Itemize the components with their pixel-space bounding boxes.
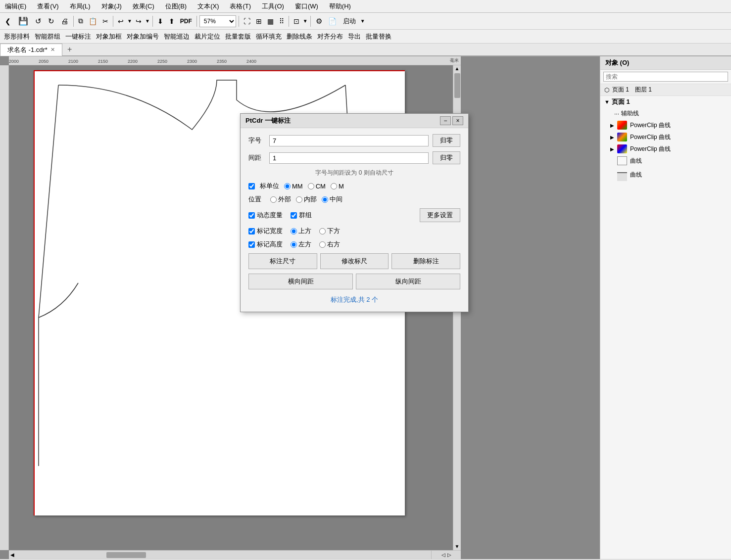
custom-toolbar-item-9[interactable]: 删除线条 <box>287 32 312 41</box>
spacing-input[interactable] <box>269 152 429 164</box>
search-input[interactable] <box>603 72 728 82</box>
mark-height-right-radio[interactable] <box>319 241 326 248</box>
fontsize-reset-btn[interactable]: 归零 <box>433 134 460 147</box>
horizontal-btn[interactable]: 横向间距 <box>248 274 353 289</box>
pos-middle-radio[interactable] <box>322 196 328 203</box>
mark-height-checkbox[interactable] <box>248 241 255 248</box>
mark-height-left-radio[interactable] <box>291 241 297 248</box>
custom-toolbar-item-6[interactable]: 裁片定位 <box>195 32 220 41</box>
zoom-select[interactable]: 57% 25% 50% 75% 100% <box>199 15 236 27</box>
custom-toolbar-item-8[interactable]: 循环填充 <box>256 32 282 41</box>
menu-window[interactable]: 窗口(W) <box>293 1 320 11</box>
custom-toolbar-item-10[interactable]: 对齐分布 <box>317 32 343 41</box>
object-panel-icon[interactable]: ⬡ <box>604 87 609 93</box>
mark-width-down-radio[interactable] <box>319 228 326 234</box>
unit-cm-radio[interactable] <box>308 183 314 189</box>
toolbar-redo-arrow[interactable]: ▼ <box>145 18 150 24</box>
custom-toolbar-item-4[interactable]: 对象加编号 <box>127 32 159 41</box>
hscrollbar[interactable]: ◀ ▶ <box>9 550 461 559</box>
pos-outer[interactable]: 外部 <box>270 195 291 204</box>
curve-item-1[interactable]: ▶ 曲线 <box>600 167 731 183</box>
more-settings-btn[interactable]: 更多设置 <box>420 208 460 222</box>
toolbar-dotgrid-btn[interactable]: ⠿ <box>277 16 286 26</box>
toolbar-undo-arrow[interactable]: ▼ <box>127 18 132 24</box>
tab-add-btn[interactable]: + <box>62 44 77 55</box>
tree-guide-item[interactable]: ··· 辅助线 <box>600 108 731 119</box>
vertical-btn[interactable]: 纵向间距 <box>356 274 460 289</box>
toolbar-export-btn[interactable]: ⬆ <box>167 16 177 26</box>
mark-height-left[interactable]: 左方 <box>291 240 311 249</box>
toolbar-start-label[interactable]: 启动 <box>340 16 359 27</box>
group-checkbox[interactable] <box>291 212 297 219</box>
powerclip-item-0[interactable]: ▶ PowerClip 曲线 <box>600 119 731 131</box>
custom-toolbar-item-7[interactable]: 批量套版 <box>225 32 251 41</box>
tab-close-icon[interactable]: ✕ <box>50 47 55 53</box>
unit-mm-radio[interactable] <box>284 183 291 189</box>
menu-help[interactable]: 帮助(H) <box>327 1 353 11</box>
custom-toolbar-item-2[interactable]: 一键标注 <box>65 32 91 41</box>
pos-inner[interactable]: 内部 <box>296 195 317 204</box>
toolbar-grid-btn[interactable]: ⊞ <box>254 16 264 26</box>
mark-width-checkbox[interactable] <box>248 228 255 234</box>
toolbar-undo-cloud[interactable]: ↺ <box>33 16 44 27</box>
toolbar-fullscreen-btn[interactable]: ⛶ <box>242 16 252 26</box>
powerclip-item-1[interactable]: ▶ PowerClip 曲线 <box>600 131 731 143</box>
toolbar-table-btn[interactable]: ▦ <box>265 16 276 26</box>
toolbar-redo-cloud[interactable]: ↻ <box>46 16 57 27</box>
toolbar-save-btn[interactable]: 💾 <box>15 15 31 27</box>
custom-toolbar-item-12[interactable]: 批量替换 <box>366 32 391 41</box>
modify-btn[interactable]: 修改标尺 <box>320 253 389 269</box>
toolbar-undo-btn[interactable]: ↩ <box>116 16 126 26</box>
custom-toolbar-item-0[interactable]: 形形排料 <box>4 32 30 41</box>
menu-bitmap[interactable]: 位图(B) <box>163 1 189 11</box>
menu-effect[interactable]: 效果(C) <box>131 1 156 11</box>
pos-inner-radio[interactable] <box>296 196 302 203</box>
toolbar-copy-btn[interactable]: ⧉ <box>76 16 85 26</box>
hscroll-thumb[interactable] <box>106 552 146 558</box>
custom-toolbar-item-1[interactable]: 智能群组 <box>35 32 60 41</box>
unit-checkbox[interactable] <box>248 183 255 189</box>
vscroll-up-btn[interactable]: ▲ <box>454 65 461 72</box>
pos-middle[interactable]: 中间 <box>322 195 342 204</box>
menu-view[interactable]: 查看(V) <box>35 1 60 11</box>
dialog-minimize-btn[interactable]: − <box>440 116 451 125</box>
toolbar-cut-btn[interactable]: ✂ <box>100 16 110 26</box>
toolbar-snap-btn[interactable]: ⊡ <box>292 16 301 26</box>
custom-toolbar-item-11[interactable]: 导出 <box>348 32 361 41</box>
toolbar-import-btn[interactable]: ⬇ <box>155 16 165 26</box>
toolbar-docprop-btn[interactable]: 📄 <box>326 16 339 26</box>
nav-right-btn[interactable]: ▷ <box>447 552 451 558</box>
unit-cm[interactable]: CM <box>308 183 326 190</box>
toolbar-pdf-btn[interactable]: PDF <box>178 17 194 26</box>
toolbar-arrow-btn[interactable]: ❮ <box>2 16 14 27</box>
dynamic-checkbox-label[interactable]: 动态度量 <box>248 211 283 220</box>
menu-layout[interactable]: 布局(L) <box>68 1 93 11</box>
hscroll-left-btn[interactable]: ◀ <box>9 552 16 559</box>
mark-width-up-radio[interactable] <box>291 228 297 234</box>
menu-object[interactable]: 对象(J) <box>99 1 124 11</box>
vscroll-down-btn[interactable]: ▼ <box>454 543 461 550</box>
toolbar-settings-btn[interactable]: ⚙ <box>313 16 325 27</box>
toolbar-paste-btn[interactable]: 📋 <box>87 16 99 26</box>
toolbar-print-btn[interactable]: 🖨 <box>58 16 71 26</box>
remove-btn[interactable]: 删除标注 <box>391 253 460 269</box>
toolbar-redo-btn[interactable]: ↪ <box>134 16 144 26</box>
annotate-btn[interactable]: 标注尺寸 <box>248 253 317 269</box>
unit-m-radio[interactable] <box>331 183 337 189</box>
powerclip-item-2[interactable]: ▶ PowerClip 曲线 <box>600 143 731 155</box>
spacing-reset-btn[interactable]: 归零 <box>433 151 460 164</box>
mark-width-down[interactable]: 下方 <box>319 227 340 235</box>
vscroll-thumb[interactable] <box>454 73 460 98</box>
toolbar-start-arrow[interactable]: ▼ <box>360 18 365 24</box>
tree-page-item[interactable]: ▼ 页面 1 <box>600 96 731 108</box>
unit-m[interactable]: M <box>331 183 344 190</box>
dialog-close-btn[interactable]: × <box>452 116 463 125</box>
custom-toolbar-item-3[interactable]: 对象加框 <box>96 32 122 41</box>
mark-height-checkbox-label[interactable]: 标记高度 <box>248 240 283 249</box>
toolbar-paste-arrow[interactable]: ▼ <box>303 18 308 24</box>
menu-tools[interactable]: 工具(O) <box>260 1 286 11</box>
menu-table[interactable]: 表格(T) <box>228 1 253 11</box>
mark-width-up[interactable]: 上方 <box>291 227 311 235</box>
dialog-titlebar[interactable]: PtCdr 一键标注 − × <box>241 114 468 128</box>
dynamic-checkbox[interactable] <box>248 212 255 219</box>
